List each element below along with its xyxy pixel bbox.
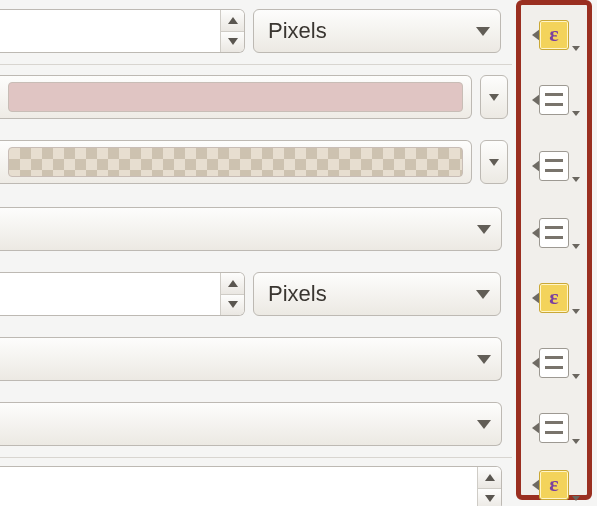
color-swatch-2 — [8, 147, 463, 177]
animator-btn-3[interactable] — [521, 148, 587, 184]
list-icon — [539, 413, 569, 443]
animator-btn-2[interactable] — [521, 82, 587, 118]
animator-btn-8[interactable]: ε — [521, 467, 587, 503]
units-combo-1[interactable]: Pixels — [253, 9, 501, 53]
spin-buttons-2 — [220, 273, 244, 315]
spin-up-3[interactable] — [478, 467, 501, 488]
option-combo-3[interactable] — [0, 402, 502, 446]
value-spinner-1[interactable] — [0, 9, 245, 53]
divider — [0, 64, 512, 65]
option-combo-1[interactable] — [0, 207, 502, 251]
list-icon — [539, 85, 569, 115]
chevron-down-icon — [476, 290, 490, 299]
chevron-down-icon — [572, 309, 580, 314]
chevron-down-icon — [489, 94, 499, 101]
chevron-down-icon — [477, 355, 491, 364]
chevron-down-icon — [477, 420, 491, 429]
spin-down-2[interactable] — [221, 294, 244, 316]
value-field-1[interactable] — [0, 10, 220, 52]
animator-btn-4[interactable] — [521, 215, 587, 251]
animator-btn-7[interactable] — [521, 410, 587, 446]
epsilon-icon: ε — [539, 20, 569, 50]
epsilon-icon: ε — [539, 470, 569, 500]
spin-buttons-3 — [477, 467, 501, 506]
value-spinner-2[interactable] — [0, 272, 245, 316]
chevron-up-icon — [228, 17, 238, 24]
chevron-down-icon — [572, 46, 580, 51]
chevron-down-icon — [572, 244, 580, 249]
value-field-3[interactable] — [0, 467, 477, 506]
chevron-down-icon — [572, 439, 580, 444]
chevron-down-icon — [228, 301, 238, 308]
chevron-up-icon — [485, 474, 495, 481]
list-icon — [539, 218, 569, 248]
chevron-up-icon — [228, 280, 238, 287]
list-icon — [539, 348, 569, 378]
chevron-down-icon — [572, 177, 580, 182]
value-spinner-3[interactable] — [0, 466, 502, 506]
units-combo-2[interactable]: Pixels — [253, 272, 501, 316]
chevron-down-icon — [476, 27, 490, 36]
color-swatch-1 — [8, 82, 463, 112]
list-icon — [539, 151, 569, 181]
color-options-1[interactable] — [480, 75, 508, 119]
chevron-down-icon — [485, 495, 495, 502]
units-combo-1-label: Pixels — [268, 18, 327, 44]
chevron-down-icon — [572, 111, 580, 116]
animator-btn-5[interactable]: ε — [521, 280, 587, 316]
color-options-2[interactable] — [480, 140, 508, 184]
divider — [0, 457, 512, 458]
animator-btn-1[interactable]: ε — [521, 17, 587, 53]
spin-down-1[interactable] — [221, 31, 244, 53]
color-well-1[interactable] — [0, 75, 472, 119]
epsilon-icon: ε — [539, 283, 569, 313]
color-well-2[interactable] — [0, 140, 472, 184]
value-field-2[interactable] — [0, 273, 220, 315]
spin-up-2[interactable] — [221, 273, 244, 294]
properties-column: Pixels — [0, 0, 512, 506]
units-combo-2-label: Pixels — [268, 281, 327, 307]
chevron-down-icon — [228, 38, 238, 45]
chevron-down-icon — [489, 159, 499, 166]
spin-down-3[interactable] — [478, 488, 501, 507]
spin-up-1[interactable] — [221, 10, 244, 31]
option-combo-2[interactable] — [0, 337, 502, 381]
animator-btn-6[interactable] — [521, 345, 587, 381]
spin-buttons-1 — [220, 10, 244, 52]
chevron-down-icon — [572, 496, 580, 501]
chevron-down-icon — [477, 225, 491, 234]
animator-buttons-strip: ε ε ε — [516, 0, 592, 500]
chevron-down-icon — [572, 374, 580, 379]
